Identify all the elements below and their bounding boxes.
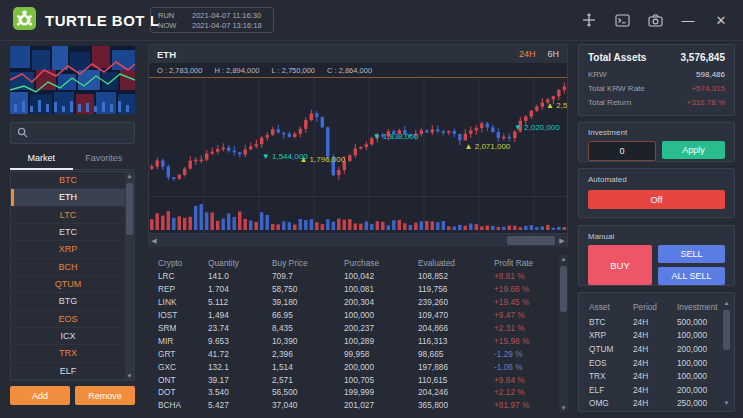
position-row[interactable]: REP1.70458,750100,081119,756+19.66 % [148, 283, 568, 296]
scroll-up-icon[interactable]: ▲ [561, 255, 567, 263]
position-row[interactable]: LRC141.0709.7100,042108,852+8.81 % [148, 270, 568, 283]
sidebar-item-trx[interactable]: TRX [11, 345, 125, 362]
run-time: 2021-04-07 11:16:30 [192, 11, 266, 20]
scroll-right-icon[interactable]: ▶ [557, 234, 567, 247]
now-time: 2021-04-07 13:16:18 [192, 21, 266, 30]
now-label: NOW [158, 21, 192, 30]
minimize-icon[interactable]: — [680, 12, 696, 28]
total-assets-value: 3,576,845 [681, 52, 726, 63]
range-6h-button[interactable]: 6H [547, 49, 559, 59]
schedule-row[interactable]: EOS24H100,000 [579, 356, 734, 370]
schedule-row[interactable]: BTC24H500,000 [579, 315, 734, 329]
position-row[interactable]: BCHA5.42737,040201,027365,800+81.97 % [148, 399, 568, 412]
sell-button[interactable]: SELL [658, 245, 725, 263]
remove-button[interactable]: Remove [75, 386, 135, 405]
range-24h-button[interactable]: 24H [519, 49, 536, 59]
chart-thumbnail [10, 46, 135, 114]
sidebar-item-qtum[interactable]: QTUM [11, 276, 125, 293]
scroll-down-icon[interactable]: ▼ [127, 372, 133, 380]
ohlc-high: H : 2,894,000 [214, 66, 259, 75]
apply-button[interactable]: Apply [662, 141, 725, 159]
column-header: Asset [589, 302, 633, 312]
positions-header-row: CryptoQuantityBuy PricePurchaseEvaluated… [148, 255, 568, 270]
scrollbar-thumb[interactable] [507, 236, 555, 245]
chart-symbol: ETH [157, 49, 507, 60]
tab-favorites[interactable]: Favorites [73, 150, 136, 169]
title-bar: TURTLE BOT L RUN 2021-04-07 11:16:30 NOW… [0, 0, 743, 41]
scroll-up-icon[interactable]: ▲ [127, 172, 133, 180]
schedule-row[interactable]: TRX24H100,000 [579, 369, 734, 383]
add-button[interactable]: Add [10, 386, 70, 405]
account-row: Total Return+316.78 % [588, 96, 725, 110]
account-row-value: +316.78 % [687, 96, 725, 110]
search-input[interactable] [10, 122, 135, 144]
schedule-row[interactable]: ELF24H200,000 [579, 383, 734, 397]
control-panel: Total Assets 3,576,845 KRW598,486Total K… [578, 44, 735, 412]
candlestick-chart[interactable]: ▼ 1,544,000▲ 1,796,000▼ 1,838,000▲ 2,071… [149, 78, 567, 233]
chart-panel: ETH 24H 6H O : 2,783,000 H : 2,894,000 L… [148, 44, 568, 412]
sell-signal-annotation: ▼ 1,838,000 [373, 132, 419, 141]
column-header: Period [633, 302, 677, 312]
sidebar-item-btg[interactable]: BTG [11, 293, 125, 310]
scrollbar-thumb[interactable] [723, 310, 730, 350]
position-row[interactable]: DOT3.54056,500199,999204,246+2.12 % [148, 386, 568, 399]
scroll-down-icon[interactable]: ▼ [724, 399, 730, 407]
schedule-table-card: AssetPeriodInvestment BTC24H500,000XRP24… [578, 292, 735, 412]
schedule-row[interactable]: OMG24H250,000 [579, 397, 734, 411]
schedule-row[interactable]: QTUM24H200,000 [579, 342, 734, 356]
investment-card: Investment Apply [578, 122, 735, 162]
camera-icon[interactable] [647, 12, 663, 28]
schedule-scrollbar[interactable]: ▲ ▼ [722, 299, 731, 407]
scroll-left-icon[interactable]: ◀ [149, 234, 159, 247]
position-row[interactable]: GXC132.11,514200,000197,886-1.06 % [148, 360, 568, 373]
column-header: Purchase [344, 258, 418, 268]
position-row[interactable]: IOST1,49466.95100,000109,470+9.47 % [148, 309, 568, 322]
positions-scrollbar[interactable]: ▲ ▼ [559, 255, 568, 412]
manual-label: Manual [588, 232, 725, 241]
sidebar-item-icx[interactable]: ICX [11, 328, 125, 345]
scrollbar-thumb[interactable] [560, 266, 567, 312]
chart-scrollbar[interactable]: ◀ ▶ [149, 233, 567, 247]
account-row: KRW598,486 [588, 68, 725, 82]
sidebar-item-bch[interactable]: BCH [11, 259, 125, 276]
position-row[interactable]: SRM23.748,435200,237204,866+2.31 % [148, 322, 568, 335]
sidebar-item-eos[interactable]: EOS [11, 311, 125, 328]
all-sell-button[interactable]: ALL SELL [658, 267, 725, 285]
app-title: TURTLE BOT L [45, 12, 159, 29]
scrollbar-thumb[interactable] [126, 183, 133, 235]
coin-list-scrollbar[interactable]: ▲ ▼ [125, 172, 134, 380]
buy-signal-annotation: ▲ 2,071,000 [465, 142, 511, 151]
sell-signal-annotation: ▼ 2,020,000 [514, 122, 560, 131]
position-row[interactable]: ONT39.172,571100,705110,615+9.84 % [148, 373, 568, 386]
turtle-logo-icon [13, 7, 36, 34]
positions-table: CryptoQuantityBuy PricePurchaseEvaluated… [148, 255, 568, 412]
position-row[interactable]: LINK5.11239,180200,304239,260+19.45 % [148, 296, 568, 309]
scroll-down-icon[interactable]: ▼ [561, 404, 567, 412]
column-header: Crypto [158, 258, 208, 268]
sidebar-item-eth[interactable]: ETH [11, 189, 125, 206]
sidebar-item-ltc[interactable]: LTC [11, 207, 125, 224]
column-header: Quantity [208, 258, 272, 268]
position-row[interactable]: MIR9.65310,390100,289116,313+15.98 % [148, 334, 568, 347]
total-assets-card: Total Assets 3,576,845 KRW598,486Total K… [578, 44, 735, 116]
scroll-up-icon[interactable]: ▲ [724, 299, 730, 307]
automated-toggle-button[interactable]: Off [588, 190, 725, 209]
move-icon[interactable] [581, 12, 597, 28]
terminal-icon[interactable] [614, 12, 630, 28]
account-row-label: KRW [588, 68, 607, 82]
sidebar-item-elf[interactable]: ELF [11, 363, 125, 380]
schedule-row[interactable]: XRP24H100,000 [579, 329, 734, 343]
column-header: Buy Price [272, 258, 344, 268]
ohlc-readout: O : 2,783,000 H : 2,894,000 L : 2,750,00… [149, 63, 567, 78]
sidebar-item-xrp[interactable]: XRP [11, 241, 125, 258]
automated-label: Automated [588, 175, 725, 184]
investment-input[interactable] [588, 141, 656, 161]
tab-market[interactable]: Market [10, 150, 73, 170]
automated-card: Automated Off [578, 168, 735, 218]
sidebar-item-btc[interactable]: BTC [11, 172, 125, 189]
buy-button[interactable]: BUY [588, 245, 652, 285]
ohlc-open: O : 2,783,000 [157, 66, 202, 75]
position-row[interactable]: GRT41.722,39699,95898,665-1.29 % [148, 347, 568, 360]
sidebar-item-etc[interactable]: ETC [11, 224, 125, 241]
close-icon[interactable]: ✕ [713, 12, 729, 28]
